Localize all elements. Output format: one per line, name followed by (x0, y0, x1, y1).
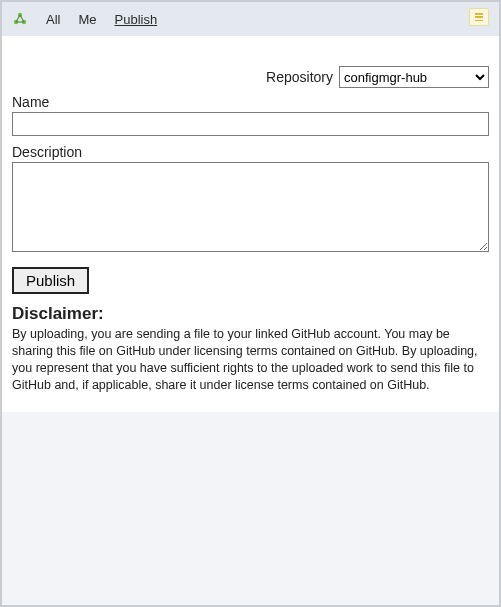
description-textarea[interactable] (12, 162, 489, 252)
hamburger-icon (475, 13, 483, 21)
tab-me[interactable]: Me (78, 12, 96, 27)
repository-select[interactable]: configmgr-hub (339, 66, 489, 88)
svg-line-3 (16, 15, 20, 22)
empty-lower-panel (2, 412, 499, 608)
name-input[interactable] (12, 112, 489, 136)
disclaimer-heading: Disclaimer: (12, 304, 489, 324)
publish-button[interactable]: Publish (12, 267, 89, 294)
top-toolbar: All Me Publish (2, 2, 499, 36)
publish-form: Repository configmgr-hub Name Descriptio… (2, 36, 499, 412)
disclaimer-text: By uploading, you are sending a file to … (12, 326, 489, 394)
description-label: Description (12, 144, 489, 160)
name-label: Name (12, 94, 489, 110)
tab-publish[interactable]: Publish (115, 12, 158, 27)
tab-all[interactable]: All (46, 12, 60, 27)
community-hub-icon (12, 11, 28, 27)
svg-line-4 (20, 15, 24, 22)
menu-button[interactable] (469, 8, 489, 26)
repository-label: Repository (266, 69, 333, 85)
